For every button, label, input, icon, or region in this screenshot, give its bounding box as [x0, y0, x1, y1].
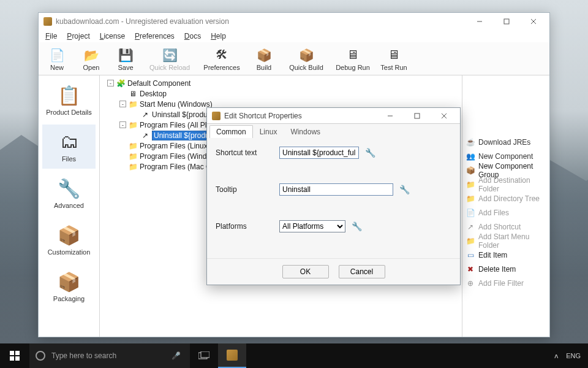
action-delete-item[interactable]: ✖Delete Item	[466, 264, 546, 275]
open-icon: 📂	[83, 47, 100, 64]
nav-advanced[interactable]: 🔧Advanced	[42, 171, 96, 215]
action-label: Edit Item	[478, 251, 507, 259]
tab-linux[interactable]: Linux	[253, 125, 284, 138]
action-label: New Component	[478, 152, 533, 161]
wand-icon[interactable]: 🔧	[365, 148, 375, 158]
wand-icon[interactable]: 🔧	[399, 185, 410, 194]
action-icon: 📄	[466, 209, 475, 217]
start-button[interactable]	[0, 343, 29, 368]
component-icon: 🧩	[116, 79, 126, 88]
toolbar-label: Open	[83, 64, 100, 71]
action-download-jres[interactable]: ☕Download JREs	[466, 137, 546, 148]
new-icon: 📄	[48, 47, 66, 64]
tree-label: Desktop	[140, 90, 167, 98]
nav-product-details[interactable]: 📋Product Details	[42, 78, 96, 122]
tree-twisty[interactable]: -	[107, 80, 114, 86]
ok-button[interactable]: OK	[282, 265, 329, 278]
build-icon: 📦	[255, 47, 273, 64]
close-button[interactable]	[520, 13, 547, 29]
mic-icon[interactable]: 🎤	[168, 351, 184, 360]
nav-label: Product Details	[46, 109, 92, 116]
taskbar: Type here to search 🎤 ʌ ENG	[0, 343, 588, 368]
maximize-button[interactable]	[493, 13, 520, 29]
app-icon	[43, 17, 52, 26]
task-view-icon[interactable]	[190, 343, 218, 368]
menu-project[interactable]: Project	[62, 31, 94, 41]
action-label: Add Shortcut	[478, 223, 521, 231]
action-icon: ⊕	[466, 279, 475, 288]
toolbar-quick-build[interactable]: 📦Quick Build	[284, 47, 329, 71]
tab-windows[interactable]: Windows	[284, 125, 327, 138]
nav-packaging[interactable]: 📦Packaging	[42, 264, 96, 309]
action-edit-item[interactable]: ▭Edit Item	[466, 250, 546, 261]
action-add-shortcut[interactable]: ↗Add Shortcut	[466, 221, 546, 232]
wand-icon[interactable]: 🔧	[352, 221, 362, 231]
cortana-icon	[36, 351, 45, 361]
tree-row[interactable]: 🖥Desktop	[102, 88, 459, 99]
tree-twisty[interactable]: -	[119, 101, 126, 107]
tree-row[interactable]: -🧩Default Component	[102, 78, 459, 88]
toolbar-new[interactable]: 📄New	[42, 47, 72, 71]
wrench-icon: 🔧	[58, 177, 80, 199]
action-label: Add Files	[478, 209, 509, 217]
toolbar-debug-run[interactable]: 🖥Debug Run	[334, 47, 372, 71]
dialog-close-button[interactable]	[431, 108, 458, 124]
toolbar-label: Quick Reload	[149, 64, 190, 71]
action-label: Add Start Menu Folder	[478, 232, 546, 250]
nav-label: Files	[62, 155, 76, 163]
clipboard-icon: 📋	[58, 84, 80, 106]
menu-file[interactable]: File	[41, 31, 61, 41]
action-add-directory-tree[interactable]: 📁Add Directory Tree	[466, 193, 546, 204]
folder-icon: 📁	[128, 163, 138, 171]
action-icon: 👥	[466, 152, 475, 161]
window-title: kubadownload.com - Unregistered evaluati…	[56, 17, 466, 26]
svg-rect-1	[504, 19, 509, 24]
shortcut-text-input[interactable]	[279, 147, 359, 159]
tree-twisty[interactable]: -	[119, 121, 126, 128]
cancel-button[interactable]: Cancel	[339, 265, 385, 278]
toolbar-label: Debug Run	[336, 64, 370, 71]
nav-customization[interactable]: 📦Customization	[42, 218, 96, 262]
toolbar-preferences[interactable]: 🛠Preferences	[199, 47, 244, 71]
nav-label: Packaging	[53, 295, 85, 302]
dialog-maximize-button[interactable]	[404, 108, 431, 124]
tray-lang[interactable]: ENG	[566, 352, 581, 359]
action-label: Download JREs	[478, 138, 530, 147]
toolbar-open[interactable]: 📂Open	[77, 47, 106, 71]
menu-preferences[interactable]: Preferences	[130, 31, 179, 41]
taskbar-app-icon[interactable]	[218, 343, 246, 368]
trun-icon: 🖥	[385, 47, 402, 64]
action-new-component-group[interactable]: 📦New Component Group	[466, 165, 546, 176]
dialog-minimize-button[interactable]	[377, 108, 404, 124]
action-add-files[interactable]: 📄Add Files	[466, 207, 546, 218]
action-add-file-filter[interactable]: ⊕Add File Filter	[466, 278, 546, 289]
svg-rect-8	[10, 351, 14, 355]
toolbar-build[interactable]: 📦Build	[249, 47, 279, 71]
action-add-destination-folder[interactable]: 📁Add Destination Folder	[466, 179, 546, 190]
minimize-button[interactable]	[466, 13, 493, 29]
tree-label: Default Component	[127, 79, 190, 88]
prefs-icon: 🛠	[213, 47, 230, 64]
folder-icon: 📁	[128, 152, 138, 161]
platforms-select[interactable]: All Platforms	[279, 220, 345, 232]
action-label: Delete Item	[478, 265, 516, 274]
nav-files[interactable]: 🗂Files	[42, 125, 96, 169]
tab-common[interactable]: Common	[209, 125, 253, 138]
menu-docs[interactable]: Docs	[180, 31, 205, 41]
tray-chevron-icon[interactable]: ʌ	[554, 352, 559, 360]
nav-label: Advanced	[54, 202, 84, 209]
toolbar-test-run[interactable]: 🖥Test Run	[377, 47, 411, 71]
left-nav: 📋Product Details🗂Files🔧Advanced📦Customiz…	[39, 75, 100, 337]
menu-license[interactable]: License	[96, 31, 129, 41]
taskbar-search[interactable]: Type here to search 🎤	[29, 343, 190, 368]
action-icon: 📁	[466, 237, 475, 245]
toolbar: 📄New📂Open💾Save🔄Quick Reload🛠Preferences📦…	[39, 42, 549, 75]
toolbar-save[interactable]: 💾Save	[111, 47, 140, 71]
action-icon: ↗	[466, 223, 475, 231]
menu-help[interactable]: Help	[206, 31, 230, 41]
action-add-start-menu-folder[interactable]: 📁Add Start Menu Folder	[466, 236, 546, 247]
box-wrench-icon: 📦	[58, 224, 80, 246]
action-new-component[interactable]: 👥New Component	[466, 151, 546, 162]
tooltip-input[interactable]	[279, 183, 393, 196]
action-label: Add Destination Folder	[478, 176, 546, 193]
